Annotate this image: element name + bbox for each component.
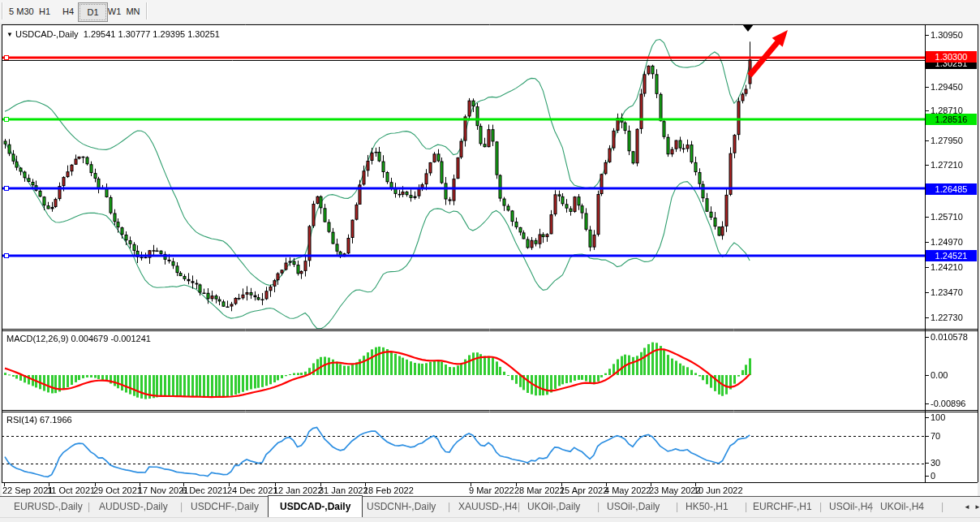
tab-separator: | [870, 497, 872, 517]
tab-separator: | [88, 497, 90, 517]
symbol-tab-usoil-daily[interactable]: USOil-,Daily [607, 497, 660, 517]
price-level-badge: 1.30300 [926, 51, 977, 63]
symbol-tab-usoil-h4[interactable]: USOil-,H4 [829, 497, 873, 517]
axis-tick-label: 1.24970 [931, 237, 963, 247]
axis-tick-label: 100 [931, 412, 945, 422]
axis-tick-label: 1.23470 [931, 287, 963, 297]
date-tick-label: 22 Sep 2021 [2, 485, 53, 495]
axis-tick-label: 30 [931, 458, 940, 468]
axis-tick-label: 1.30950 [931, 30, 963, 40]
mt4-window: 5M30H1H4D1W1MN ▼ USDCAD-,Daily 1.29541 1… [0, 0, 980, 522]
axis-tick-label: 0 [931, 471, 935, 481]
axis-tick-label: 1.29450 [931, 82, 963, 92]
tab-separator: | [518, 497, 520, 517]
symbol-tab-usdcad-daily[interactable]: USDCAD-,Daily [268, 495, 363, 518]
tab-separator: | [597, 497, 600, 517]
date-tick-label: 12 Jan 2022 [273, 485, 323, 495]
tab-separator: | [676, 497, 678, 517]
date-tick-label: 10 Jun 2022 [694, 485, 743, 495]
timeframe-button-h1[interactable]: H1 [32, 2, 57, 20]
symbol-tab-eurusd-daily[interactable]: EURUSD-,Daily [14, 497, 83, 517]
date-tick-label: 31 Jan 2022 [319, 485, 368, 495]
timeframe-button-mn[interactable]: MN [120, 2, 146, 20]
axis-tick-label: 1.27950 [931, 136, 963, 145]
status-strip [0, 517, 980, 522]
axis-tick-label: 0.010578 [931, 332, 968, 342]
tab-separator: | [448, 497, 450, 517]
axis-tick-label: 1.24210 [931, 262, 963, 272]
date-tick-label: 9 Mar 2022 [469, 485, 514, 495]
toolbar-separator [2, 2, 3, 19]
price-level-badge: 1.26485 [926, 183, 977, 195]
date-tick-label: 4 May 2022 [604, 485, 651, 495]
macd-indicator-label: MACD(12,26,9) 0.004679 -0.001241 [6, 334, 151, 343]
price-level-badge: 1.24521 [926, 250, 977, 261]
timeframe-button-h4[interactable]: H4 [56, 2, 80, 20]
tab-separator: | [941, 497, 943, 517]
axis-tick-label: 0.00 [931, 370, 948, 380]
date-tick-label: 28 Mar 2022 [514, 485, 565, 495]
scroll-tabs-right-button[interactable]: ► [974, 497, 980, 517]
axis-tick-label: 1.25710 [931, 212, 963, 222]
date-tick-label: 18 Feb 2022 [363, 485, 414, 495]
price-level-badge: 1.28516 [926, 114, 977, 125]
date-tick-label: 24 Dec 2021 [227, 485, 277, 495]
date-tick-label: 29 Oct 2021 [93, 485, 142, 495]
symbol-tab-usdchf-daily[interactable]: USDCHF-,Daily [191, 497, 259, 517]
tab-separator: | [180, 497, 183, 517]
symbol-tab-ukoil-h4[interactable]: UKOil-,H4 [880, 497, 924, 517]
axis-tick-label: 1.22730 [931, 313, 963, 322]
chart-title: ▼ USDCAD-,Daily 1.29541 1.30777 1.29395 … [6, 29, 220, 39]
date-tick-label: 11 Oct 2021 [47, 485, 95, 495]
symbol-tab-audusd-daily[interactable]: AUDUSD-,Daily [99, 497, 168, 517]
price-chart-canvas[interactable] [0, 0, 980, 522]
rsi-indicator-label: RSI(14) 67.1966 [6, 415, 72, 425]
symbol-tabs-bar: EURUSD-,DailyAUDUSD-,DailyUSDCHF-,DailyU… [0, 497, 980, 517]
toolbar-separator [146, 2, 148, 19]
symbol-tab-usdcnh-daily[interactable]: USDCNH-,Daily [367, 497, 436, 517]
axis-tick-label: -0.00896 [931, 399, 965, 408]
axis-tick-label: 70 [931, 431, 940, 441]
symbol-tab-ukoil-daily[interactable]: UKOil-,Daily [527, 497, 580, 517]
symbol-tab-eurchf-h1[interactable]: EURCHF-,H1 [753, 497, 812, 517]
chart-title-text: USDCAD-,Daily 1.29541 1.30777 1.29395 1.… [15, 29, 220, 39]
tab-separator: | [745, 497, 747, 517]
axis-tick-label: 1.27210 [931, 160, 963, 170]
dropdown-triangle-icon[interactable]: ▼ [6, 31, 13, 38]
tab-separator: | [819, 497, 822, 517]
symbol-tab-xauusd-h4[interactable]: XAUUSD-,H4 [458, 497, 518, 517]
scroll-tabs-left-button[interactable]: ◄ [964, 497, 970, 517]
date-tick-label: 15 Apr 2022 [560, 485, 608, 495]
timeframe-toolbar: 5M30H1H4D1W1MN [0, 0, 980, 23]
date-tick-label: 6 Dec 2021 [182, 485, 227, 495]
symbol-tab-hk50-h1[interactable]: HK50-,H1 [686, 497, 729, 517]
